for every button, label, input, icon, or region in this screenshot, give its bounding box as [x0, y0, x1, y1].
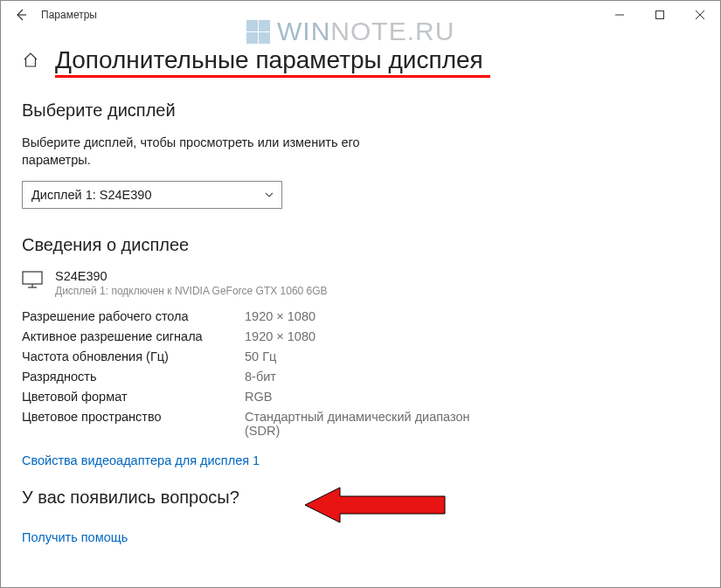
- windows-logo-icon: [246, 19, 270, 44]
- info-value: Стандартный динамический диапазон (SDR): [245, 410, 472, 438]
- get-help-link[interactable]: Получить помощь: [22, 530, 128, 544]
- page-title: Дополнительные параметры дисплея: [55, 46, 483, 74]
- maximize-button[interactable]: [640, 2, 680, 28]
- display-dropdown-value: Дисплей 1: S24E390: [31, 188, 151, 202]
- window-controls: [600, 2, 720, 28]
- info-key: Разрешение рабочего стола: [22, 309, 245, 323]
- display-info-heading: Сведения о дисплее: [22, 235, 694, 255]
- annotation-arrow-icon: [305, 483, 454, 527]
- display-dropdown[interactable]: Дисплей 1: S24E390: [22, 181, 282, 209]
- minimize-button[interactable]: [600, 2, 640, 28]
- info-value: 1920 × 1080: [245, 329, 694, 343]
- monitor-icon: [22, 271, 43, 288]
- display-name: S24E390: [55, 269, 328, 283]
- svg-rect-4: [23, 272, 42, 284]
- info-key: Цветовое пространство: [22, 410, 245, 438]
- watermark-text: WINNOTE.RU: [277, 17, 454, 46]
- display-subtitle: Дисплей 1: подключен к NVIDIA GeForce GT…: [55, 285, 328, 297]
- info-table: Разрешение рабочего стола1920 × 1080 Акт…: [22, 309, 694, 438]
- header-row: Дополнительные параметры дисплея: [22, 46, 694, 74]
- svg-rect-1: [656, 11, 664, 19]
- svg-marker-7: [305, 488, 445, 522]
- adapter-properties-link[interactable]: Свойства видеоадаптера для дисплея 1: [22, 453, 260, 467]
- content: Дополнительные параметры дисплея Выберит…: [1, 29, 720, 545]
- info-value: 1920 × 1080: [245, 309, 694, 323]
- display-block: S24E390 Дисплей 1: подключен к NVIDIA Ge…: [22, 269, 694, 297]
- info-key: Активное разрешение сигнала: [22, 329, 245, 343]
- maximize-icon: [655, 10, 664, 19]
- chevron-down-icon: [264, 190, 274, 200]
- select-display-instruction: Выберите дисплей, чтобы просмотреть или …: [22, 135, 406, 169]
- back-button[interactable]: [8, 2, 34, 28]
- info-key: Частота обновления (Гц): [22, 349, 245, 363]
- close-icon: [696, 10, 704, 19]
- arrow-left-icon: [14, 8, 28, 22]
- minimize-icon: [615, 10, 624, 19]
- home-icon[interactable]: [22, 52, 39, 69]
- info-value: 8-бит: [245, 370, 694, 384]
- info-value: 50 Гц: [245, 349, 694, 363]
- window-title: Параметры: [41, 9, 97, 21]
- select-display-heading: Выберите дисплей: [22, 100, 694, 121]
- close-button[interactable]: [680, 2, 720, 28]
- info-value: RGB: [245, 390, 694, 404]
- watermark: WINNOTE.RU: [246, 17, 454, 46]
- info-key: Разрядность: [22, 370, 245, 384]
- info-key: Цветовой формат: [22, 390, 245, 404]
